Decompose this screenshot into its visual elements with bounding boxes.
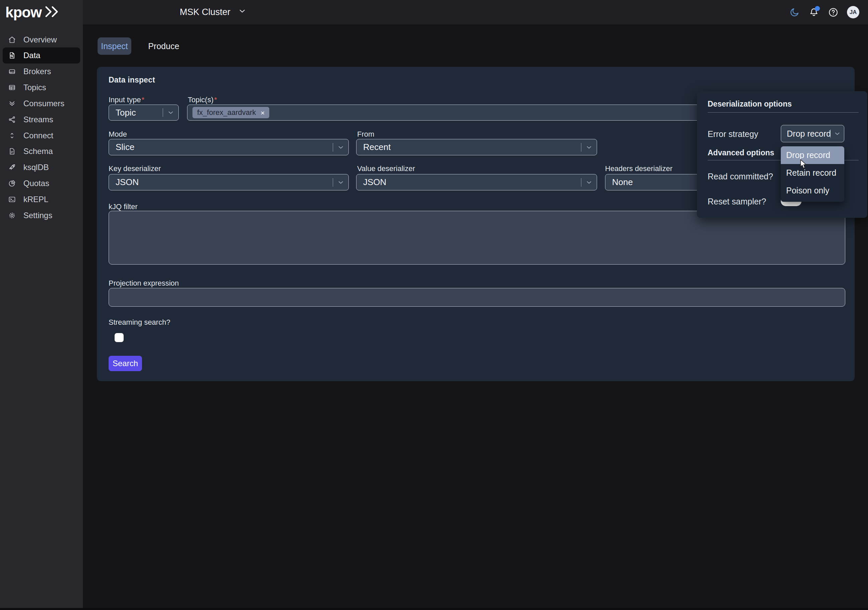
- projection-expression-input[interactable]: [108, 288, 845, 307]
- cluster-selector[interactable]: MSK Cluster: [180, 7, 246, 18]
- chevron-down-icon: [333, 179, 349, 186]
- read-committed-label: Read committed?: [708, 172, 773, 181]
- tab-produce[interactable]: Produce: [144, 37, 184, 55]
- logo-chevrons-icon: [44, 5, 62, 20]
- sidebar-item-data[interactable]: Data: [3, 48, 80, 63]
- unfold-icon: [8, 132, 16, 139]
- topics-label: Topic(s)*: [188, 96, 217, 104]
- value-deserializer-select[interactable]: JSON: [356, 174, 597, 190]
- sidebar-item-krepl[interactable]: kREPL: [3, 191, 80, 207]
- remove-tag-icon[interactable]: ×: [260, 109, 265, 116]
- logo-text: kpow: [5, 5, 42, 20]
- required-asterisk: *: [214, 96, 217, 104]
- value-deserializer-label: Value deserializer: [357, 164, 415, 173]
- notifications-bell-icon[interactable]: [808, 7, 820, 18]
- notification-badge: [815, 6, 820, 11]
- streaming-search-checkbox[interactable]: [115, 333, 124, 342]
- projection-expression-label: Projection expression: [108, 279, 179, 288]
- avatar-initials: JA: [849, 9, 857, 16]
- hard-drive-icon: [8, 68, 16, 76]
- error-strategy-select[interactable]: Drop record: [781, 125, 844, 142]
- topic-tag: fx_forex_aardvark ×: [192, 107, 269, 118]
- mode-select[interactable]: Slice: [108, 139, 349, 155]
- sidebar-item-settings[interactable]: Settings: [3, 207, 80, 223]
- tab-inspect[interactable]: Inspect: [98, 37, 131, 55]
- menu-item-retain-record[interactable]: Retain record: [781, 164, 844, 182]
- mode-label: Mode: [108, 130, 127, 139]
- table-icon: [8, 84, 16, 91]
- sidebar-item-streams[interactable]: Streams: [3, 111, 80, 128]
- sidebar-item-topics[interactable]: Topics: [3, 79, 80, 96]
- advanced-options-title: Advanced options: [708, 148, 774, 157]
- reset-sampler-label: Reset sampler?: [708, 197, 766, 206]
- sidebar-item-ksqldb[interactable]: ksqlDB: [3, 159, 80, 175]
- divider: [708, 112, 859, 113]
- sidebar-item-brokers[interactable]: Brokers: [3, 63, 80, 79]
- chevrons-down-icon: [8, 99, 16, 108]
- kjq-filter-textarea[interactable]: [108, 211, 845, 265]
- input-type-select[interactable]: Topic: [108, 105, 179, 121]
- menu-item-drop-record[interactable]: Drop record: [781, 146, 844, 164]
- chevron-down-icon: [581, 144, 597, 151]
- sidebar-item-overview[interactable]: Overview: [3, 32, 80, 48]
- required-asterisk: *: [142, 96, 145, 104]
- home-icon: [8, 36, 16, 44]
- chevron-down-icon: [238, 7, 246, 18]
- chevron-down-icon: [581, 179, 597, 186]
- kpow-logo: kpow: [5, 5, 62, 20]
- key-deserializer-label: Key deserializer: [108, 164, 161, 173]
- streaming-search-label: Streaming search?: [108, 318, 170, 327]
- sidebar-item-quotas[interactable]: Quotas: [3, 175, 80, 191]
- dark-mode-moon-icon[interactable]: [789, 7, 800, 18]
- chevron-down-icon: [333, 144, 349, 151]
- sidebar-item-connect[interactable]: Connect: [3, 128, 80, 144]
- from-select[interactable]: Recent: [356, 139, 597, 155]
- file-text-icon: [8, 147, 16, 155]
- kjq-filter-label: kJQ filter: [108, 203, 138, 211]
- input-type-label: Input type*: [108, 96, 144, 104]
- search-button[interactable]: Search: [108, 356, 142, 371]
- gear-icon: [8, 212, 16, 220]
- top-bar: MSK Cluster JA: [83, 0, 868, 25]
- window-edge: [0, 608, 868, 610]
- topbar-icons: JA: [789, 0, 859, 25]
- from-label: From: [357, 130, 374, 139]
- panel-title: Data inspect: [108, 76, 155, 85]
- share-icon: [8, 116, 16, 124]
- terminal-icon: [8, 195, 16, 203]
- headers-deserializer-label: Headers deserializer: [605, 164, 673, 173]
- menu-item-poison-only[interactable]: Poison only: [781, 182, 844, 200]
- help-icon[interactable]: [828, 7, 839, 18]
- sidebar-item-schema[interactable]: Schema: [3, 143, 80, 159]
- cluster-selector-label: MSK Cluster: [180, 7, 231, 17]
- sidebar: kpow Overview Data Brokers Topics Consum…: [0, 0, 83, 610]
- kpow-app: MSK Cluster JA kpow: [0, 0, 868, 610]
- error-strategy-label: Error strategy: [708, 129, 758, 139]
- rocket-icon: [8, 163, 16, 171]
- user-avatar[interactable]: JA: [847, 6, 859, 19]
- chevron-down-icon: [163, 109, 178, 116]
- error-strategy-menu: Drop record Retain record Poison only: [781, 146, 844, 202]
- pie-chart-icon: [8, 180, 16, 187]
- deserialization-options-title: Deserialization options: [708, 99, 792, 108]
- chevron-down-icon: [831, 130, 844, 137]
- file-search-icon: [8, 51, 16, 59]
- sidebar-item-consumers[interactable]: Consumers: [3, 96, 80, 111]
- key-deserializer-select[interactable]: JSON: [108, 174, 349, 190]
- topic-tag-label: fx_forex_aardvark: [197, 108, 256, 117]
